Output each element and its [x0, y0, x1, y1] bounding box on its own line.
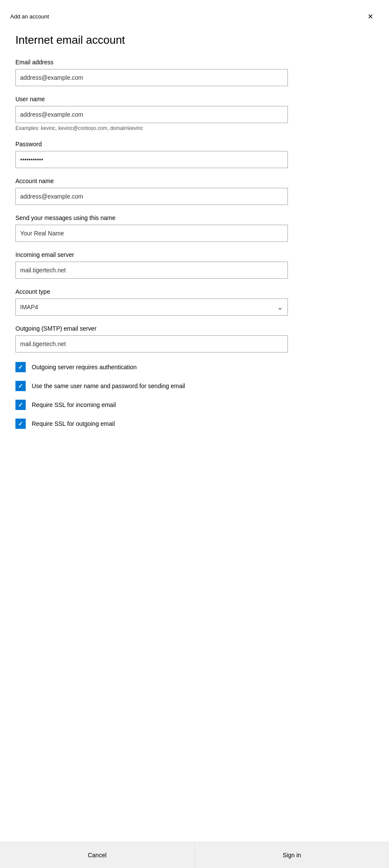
checkmark-icon: ✓	[18, 383, 23, 389]
checkbox-ssl-incoming[interactable]: ✓	[15, 400, 26, 410]
outgoing-server-label: Outgoing (SMTP) email server	[15, 325, 374, 332]
account-name-group: Account name	[15, 178, 374, 205]
send-name-group: Send your messages using this name	[15, 214, 374, 242]
account-type-select-wrapper: IMAP4 POP3 ⌄	[15, 298, 288, 316]
password-input[interactable]	[15, 151, 288, 168]
checkbox-same-credentials[interactable]: ✓	[15, 381, 26, 391]
outgoing-server-input[interactable]	[15, 335, 288, 353]
checkbox-ssl-outgoing-row: ✓ Require SSL for outgoing email	[15, 419, 374, 429]
user-name-input[interactable]	[15, 106, 288, 123]
checkbox-outgoing-auth-label: Outgoing server requires authentication	[32, 364, 137, 371]
send-name-input[interactable]	[15, 225, 288, 242]
cancel-button[interactable]: Cancel	[0, 842, 194, 868]
account-type-select[interactable]: IMAP4 POP3	[15, 298, 288, 316]
checkmark-icon: ✓	[18, 364, 23, 371]
password-label: Password	[15, 141, 374, 148]
user-name-group: User name Examples: kevinc, kevinc@conto…	[15, 96, 374, 131]
checkbox-outgoing-auth[interactable]: ✓	[15, 362, 26, 372]
checkmark-icon: ✓	[18, 401, 23, 408]
user-name-hint: Examples: kevinc, kevinc@contoso.com, do…	[15, 125, 374, 131]
dialog-container: Add an account ✕ Internet email account …	[0, 0, 389, 868]
dialog-title: Add an account	[10, 13, 49, 20]
checkmark-icon: ✓	[18, 420, 23, 427]
checkbox-ssl-incoming-row: ✓ Require SSL for incoming email	[15, 400, 374, 410]
dialog-header: Add an account ✕	[0, 0, 389, 29]
email-address-group: Email address	[15, 59, 374, 86]
checkbox-ssl-incoming-label: Require SSL for incoming email	[32, 401, 116, 408]
close-icon: ✕	[368, 12, 373, 21]
dialog-content: Internet email account Email address Use…	[0, 29, 389, 842]
close-button[interactable]: ✕	[362, 8, 379, 25]
account-type-group: Account type IMAP4 POP3 ⌄	[15, 288, 374, 316]
outgoing-server-group: Outgoing (SMTP) email server	[15, 325, 374, 353]
dialog-footer: Cancel Sign in	[0, 842, 389, 868]
email-address-input[interactable]	[15, 69, 288, 86]
account-type-label: Account type	[15, 288, 374, 295]
checkbox-ssl-outgoing-label: Require SSL for outgoing email	[32, 420, 115, 427]
incoming-server-group: Incoming email server	[15, 251, 374, 279]
user-name-label: User name	[15, 96, 374, 102]
checkbox-same-credentials-label: Use the same user name and password for …	[32, 383, 185, 389]
password-group: Password	[15, 141, 374, 168]
incoming-server-label: Incoming email server	[15, 251, 374, 258]
checkbox-ssl-outgoing[interactable]: ✓	[15, 419, 26, 429]
checkboxes-section: ✓ Outgoing server requires authenticatio…	[15, 362, 374, 429]
account-name-label: Account name	[15, 178, 374, 184]
checkbox-outgoing-auth-row: ✓ Outgoing server requires authenticatio…	[15, 362, 374, 372]
email-address-label: Email address	[15, 59, 374, 66]
account-name-input[interactable]	[15, 188, 288, 205]
send-name-label: Send your messages using this name	[15, 214, 374, 221]
incoming-server-input[interactable]	[15, 262, 288, 279]
page-title: Internet email account	[15, 33, 374, 47]
signin-button[interactable]: Sign in	[194, 842, 389, 868]
checkbox-same-credentials-row: ✓ Use the same user name and password fo…	[15, 381, 374, 391]
